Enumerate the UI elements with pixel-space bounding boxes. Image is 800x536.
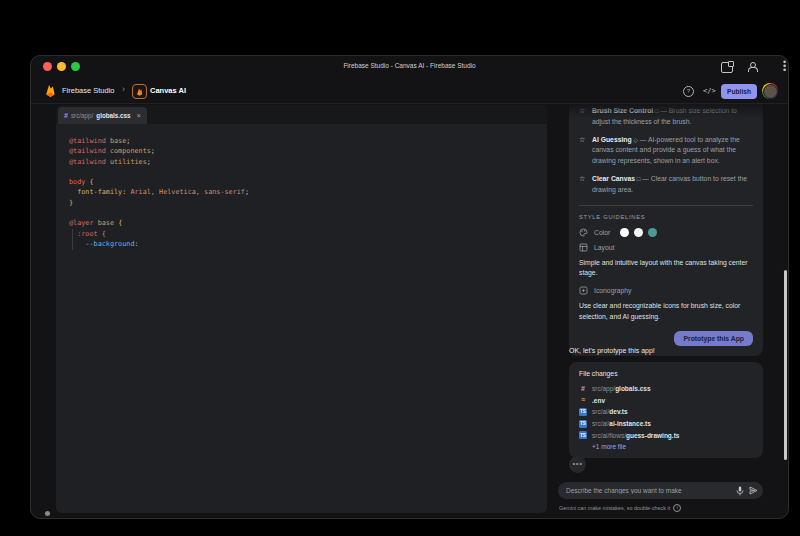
disclaimer-text: Gemini can make mistakes, so double-chec…: [559, 505, 670, 511]
star-icon: ☆: [579, 106, 587, 128]
file-list: #src/app/globals.css≡.envTSsrc/ai/dev.ts…: [579, 383, 753, 441]
layout-row: Layout: [579, 243, 753, 252]
feature-item: ☆Brush Size Control □ — Brush size selec…: [579, 106, 753, 128]
css-file-icon: #: [579, 385, 587, 392]
iconography-row: Iconography: [579, 286, 753, 295]
firebase-logo-icon: [44, 84, 57, 98]
layout-label: Layout: [594, 244, 614, 251]
help-icon[interactable]: ?: [683, 86, 694, 97]
feature-item: ☆AI Guessing ◇ — AI-powered tool to anal…: [579, 135, 753, 167]
mic-icon[interactable]: [736, 486, 744, 496]
code-lines: @tailwind base;@tailwind components;@tai…: [69, 136, 249, 249]
titlebar: Firebase Studio - Canvas AI - Firebase S…: [31, 56, 788, 78]
user-avatar[interactable]: [762, 83, 778, 99]
chat-scrollbar[interactable]: [784, 270, 787, 460]
file-change-row[interactable]: TSsrc/ai/flows/guess-drawing.ts: [579, 429, 753, 441]
tab-globals-css[interactable]: # src/app/globals.css ×: [58, 107, 147, 124]
window-title: Firebase Studio - Canvas AI - Firebase S…: [31, 62, 788, 69]
color-swatch: [634, 228, 643, 237]
profile-icon[interactable]: [747, 62, 757, 72]
feature-glyph-icon: □: [635, 176, 642, 182]
chevron-right-icon: ›: [122, 84, 125, 94]
color-swatch: [648, 228, 657, 237]
code-editor[interactable]: # src/app/globals.css × @tailwind base;@…: [56, 105, 547, 513]
color-swatches: [620, 228, 657, 237]
breadcrumb-brand[interactable]: Firebase Studio: [62, 86, 115, 95]
extensions-icon[interactable]: [721, 62, 733, 73]
tab-filename: globals.css: [96, 112, 130, 119]
info-icon[interactable]: i: [673, 504, 681, 512]
typescript-file-icon: TS: [579, 431, 587, 439]
indent-guide: [72, 229, 73, 250]
code-view-icon[interactable]: </>: [703, 87, 716, 95]
app-blueprint-card: ☆Brush Size Control □ — Brush size selec…: [569, 104, 763, 356]
prototype-this-app-button[interactable]: Prototype this App: [674, 331, 753, 346]
gemini-disclaimer: Gemini can make mistakes, so double-chec…: [559, 504, 681, 512]
publish-button[interactable]: Publish: [721, 84, 757, 99]
more-menu-icon[interactable]: •••: [783, 60, 786, 72]
iconography-icon: [579, 286, 588, 295]
gemini-chat-panel: ☆Brush Size Control □ — Brush size selec…: [557, 104, 769, 519]
tab-path: src/app/: [71, 112, 93, 119]
style-guidelines-label: STYLE GUIDELINES: [579, 214, 753, 220]
layout-icon: [579, 243, 588, 252]
send-icon[interactable]: [749, 486, 758, 495]
dev-tools-indicator-icon[interactable]: [45, 511, 50, 516]
file-changes-title: File changes: [579, 370, 753, 377]
css-file-icon: #: [64, 112, 68, 119]
assistant-message: OK, let's prototype this app!: [569, 347, 655, 354]
browser-window: Firebase Studio - Canvas AI - Firebase S…: [30, 55, 789, 519]
file-change-row[interactable]: #src/app/globals.css: [579, 383, 753, 395]
feature-item: ☆Clear Canvas □ — Clear canvas button to…: [579, 174, 753, 196]
chat-input[interactable]: [566, 482, 721, 499]
feature-list: ☆Brush Size Control □ — Brush size selec…: [579, 106, 753, 196]
color-row: Color: [579, 228, 753, 237]
tab-strip: # src/app/globals.css ×: [56, 105, 547, 124]
prompt-bar: [558, 482, 763, 499]
color-swatch: [620, 228, 629, 237]
feature-glyph-icon: ◇: [632, 137, 640, 143]
iconography-label: Iconography: [594, 287, 631, 294]
file-change-row[interactable]: TSsrc/ai/ai-instance.ts: [579, 418, 753, 430]
iconography-description: Use clear and recognizable icons for bru…: [579, 301, 753, 323]
app-header: Firebase Studio › Canvas AI ? </> Publis…: [31, 78, 788, 104]
typescript-file-icon: TS: [579, 408, 587, 416]
breadcrumb-app-name: Canvas AI: [150, 86, 186, 95]
close-tab-icon[interactable]: ×: [137, 112, 141, 119]
layout-description: Simple and intuitive layout with the can…: [579, 258, 753, 280]
star-icon: ☆: [579, 135, 587, 167]
file-change-row[interactable]: ≡.env: [579, 395, 753, 407]
file-changes-card: File changes #src/app/globals.css≡.envTS…: [569, 362, 763, 458]
star-icon: ☆: [579, 174, 587, 196]
typescript-file-icon: TS: [579, 420, 587, 428]
divider: [579, 205, 753, 206]
file-change-row[interactable]: TSsrc/ai/dev.ts: [579, 406, 753, 418]
more-files-link[interactable]: +1 more file: [592, 443, 753, 450]
typing-indicator: •••: [569, 456, 586, 473]
palette-icon: [579, 228, 588, 237]
canvas-ai-app-icon: [132, 84, 147, 99]
color-label: Color: [594, 229, 610, 236]
env-file-icon: ≡: [579, 396, 587, 404]
